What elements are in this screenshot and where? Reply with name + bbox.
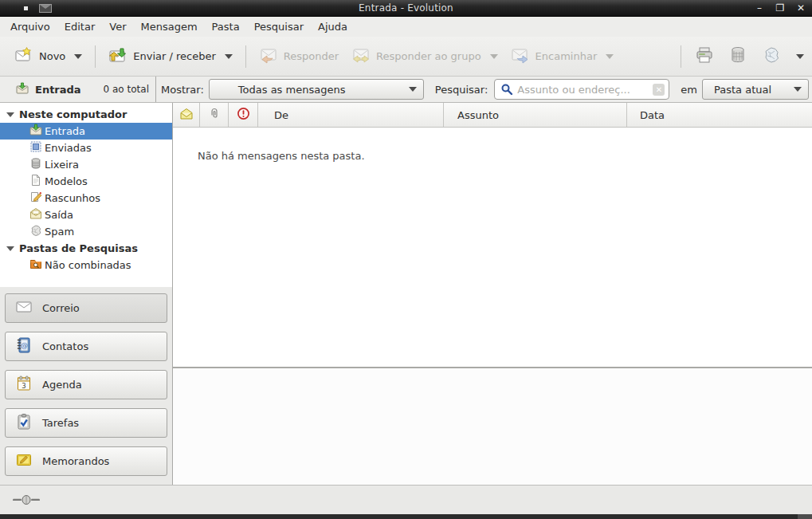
switcher-label: Contatos	[42, 340, 88, 352]
show-filter-value: Todas as mensagens	[221, 84, 401, 96]
switcher-label: Tarefas	[42, 417, 79, 429]
folder-message-count: 0 ao total	[104, 84, 149, 95]
outbox-icon	[29, 207, 42, 222]
switcher-tarefas[interactable]: Tarefas	[5, 408, 167, 438]
search-icon	[500, 83, 513, 96]
reply-icon	[259, 45, 278, 67]
show-label: Mostrar:	[161, 84, 204, 96]
folder-item-spam[interactable]: Spam	[0, 223, 172, 240]
forward-button[interactable]: Encaminhar	[504, 41, 621, 72]
tree-section-search-folders[interactable]: Pastas de Pesquisas	[0, 240, 172, 257]
delete-button[interactable]	[721, 41, 755, 72]
folder-item-lixeira[interactable]: Lixeira	[0, 156, 172, 173]
menu-pasta[interactable]: Pasta	[205, 18, 247, 35]
tree-section-label: Neste computador	[19, 108, 127, 120]
column-read-status[interactable]	[173, 103, 200, 127]
tasks-icon	[15, 413, 33, 433]
folder-item-label: Spam	[45, 226, 74, 238]
search-scope-dropdown[interactable]: Pasta atual	[702, 79, 809, 100]
new-button[interactable]: Novo	[8, 41, 88, 72]
search-box[interactable]: ✕	[494, 79, 669, 100]
menu-mensagem[interactable]: Mensagem	[134, 18, 205, 35]
folder-item-label: Modelos	[45, 175, 88, 187]
view-switcher: Correio @ Contatos 3 Agenda Tarefas Memo…	[0, 287, 172, 485]
expander-icon[interactable]	[6, 112, 14, 117]
scope-label: em	[681, 84, 697, 96]
folder-item-label: Enviadas	[45, 142, 92, 154]
column-de[interactable]: De	[258, 103, 444, 127]
forward-icon	[511, 45, 530, 67]
spam-icon	[29, 224, 42, 239]
new-dropdown-arrow-icon[interactable]	[74, 54, 82, 59]
tree-section-local[interactable]: Neste computador	[0, 106, 172, 123]
send-receive-button[interactable]: Enviar / receber	[102, 41, 239, 72]
menu-editar[interactable]: Editar	[57, 18, 103, 35]
chevron-down-icon	[794, 87, 802, 92]
junk-button[interactable]	[755, 41, 788, 72]
resize-grip[interactable]	[798, 514, 812, 519]
clear-search-icon[interactable]: ✕	[653, 84, 665, 96]
message-pane: De Assunto Data Não há mensagens nesta p…	[173, 103, 812, 485]
column-attachment[interactable]	[200, 103, 229, 127]
switcher-memorandos[interactable]: Memorandos	[5, 446, 167, 476]
overflow-arrow-icon[interactable]	[796, 54, 804, 59]
column-priority[interactable]	[229, 103, 258, 127]
folder-item-label: Lixeira	[45, 159, 79, 171]
sidebar: Neste computador Entrada Enviadas Lixeir…	[0, 103, 173, 485]
column-label: Assunto	[457, 109, 499, 121]
folder-item-modelos[interactable]: Modelos	[0, 173, 172, 190]
contacts-icon: @	[15, 336, 33, 356]
switcher-label: Correio	[42, 302, 80, 314]
search-scope-value: Pasta atual	[714, 84, 786, 96]
evolution-app-icon	[39, 4, 52, 13]
folder-item-rascunhos[interactable]: Rascunhos	[0, 190, 172, 206]
switcher-label: Agenda	[42, 379, 82, 391]
column-assunto[interactable]: Assunto	[444, 103, 627, 127]
send-receive-icon	[108, 45, 127, 67]
online-plug-icon[interactable]	[13, 493, 40, 506]
close-button[interactable]: ✕	[796, 2, 806, 14]
folder-item-saida[interactable]: Saída	[0, 206, 172, 223]
calendar-icon: 3	[15, 375, 33, 395]
reply-group-button-label: Responder ao grupo	[376, 50, 481, 62]
switcher-correio[interactable]: Correio	[5, 293, 167, 323]
titlebar[interactable]: Entrada - Evolution – ❐ ✕	[0, 0, 812, 17]
toolbar-separator	[95, 45, 96, 68]
folder-item-label: Não combinadas	[45, 259, 131, 271]
minimize-button[interactable]: –	[755, 2, 764, 14]
switcher-label: Memorandos	[42, 455, 109, 467]
drafts-icon	[29, 191, 42, 206]
column-data[interactable]: Data	[627, 103, 812, 127]
attachment-icon	[208, 108, 221, 123]
delete-icon	[728, 45, 747, 67]
reply-group-dropdown-arrow-icon[interactable]	[490, 54, 498, 59]
titlebar-bullet-icon	[24, 6, 28, 10]
folder-item-nao-combinadas[interactable]: Não combinadas	[0, 257, 172, 273]
search-input[interactable]	[517, 84, 653, 96]
menu-ajuda[interactable]: Ajuda	[311, 18, 355, 35]
menu-ver[interactable]: Ver	[102, 18, 133, 35]
current-folder-summary: Entrada 0 ao total	[0, 77, 156, 102]
forward-dropdown-arrow-icon[interactable]	[606, 54, 614, 59]
reply-button[interactable]: Responder	[253, 41, 345, 72]
current-folder-name: Entrada	[35, 84, 81, 96]
menu-arquivo[interactable]: Arquivo	[3, 18, 57, 35]
menu-pesquisar[interactable]: Pesquisar	[247, 18, 311, 35]
print-button[interactable]	[688, 41, 721, 72]
expander-icon[interactable]	[6, 246, 14, 251]
folder-item-entrada[interactable]: Entrada	[0, 123, 172, 140]
switcher-contatos[interactable]: @ Contatos	[5, 332, 167, 361]
empty-folder-message: Não há mensagens nesta pasta.	[198, 150, 365, 162]
mail-icon	[15, 298, 33, 318]
show-filter-dropdown[interactable]: Todas as mensagens	[209, 79, 424, 100]
junk-icon	[762, 45, 781, 67]
sent-icon	[29, 140, 42, 155]
switcher-agenda[interactable]: 3 Agenda	[5, 370, 167, 399]
reply-group-button[interactable]: Responder ao grupo	[345, 41, 504, 72]
send-receive-label: Enviar / receber	[133, 50, 216, 62]
send-receive-dropdown-arrow-icon[interactable]	[225, 54, 233, 59]
message-list[interactable]: Não há mensagens nesta pasta.	[173, 128, 812, 367]
folder-item-enviadas[interactable]: Enviadas	[0, 140, 172, 156]
maximize-button[interactable]: ❐	[775, 2, 785, 14]
toolbar-separator	[245, 45, 246, 68]
